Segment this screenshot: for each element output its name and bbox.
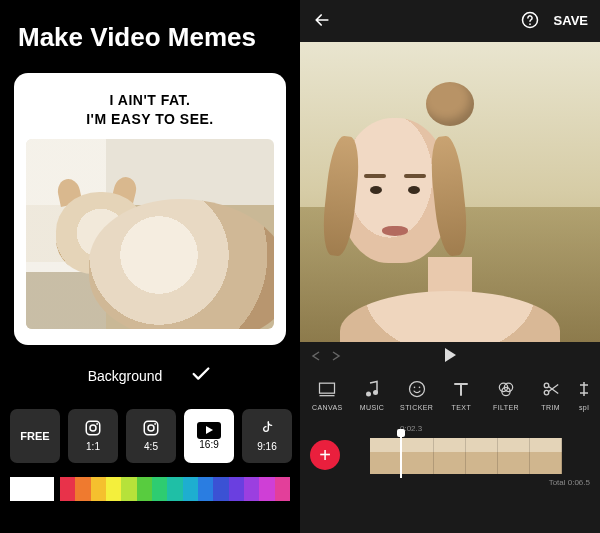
video-preview[interactable] xyxy=(300,42,600,342)
ratio-free[interactable]: FREE xyxy=(10,409,60,463)
meme-maker-panel: Make Video Memes I AIN'T FAT. I'M EASY T… xyxy=(0,0,300,533)
tool-canvas[interactable]: CANVAS xyxy=(306,378,349,411)
color-swatch[interactable] xyxy=(75,477,90,501)
tool-sticker[interactable]: STICKER xyxy=(395,378,438,411)
svg-point-11 xyxy=(409,382,424,397)
save-button[interactable]: SAVE xyxy=(554,13,588,28)
color-swatch[interactable] xyxy=(275,477,290,501)
tiktok-icon xyxy=(259,419,275,437)
color-swatch[interactable] xyxy=(244,477,259,501)
back-button[interactable] xyxy=(312,10,332,30)
play-button[interactable] xyxy=(342,347,558,367)
text-icon xyxy=(452,380,470,398)
filter-icon xyxy=(496,380,516,398)
tool-trim[interactable]: TRIM xyxy=(529,378,572,411)
clip-thumbnails[interactable] xyxy=(370,438,562,474)
svg-rect-8 xyxy=(320,383,335,393)
canvas-icon xyxy=(317,380,337,398)
svg-point-4 xyxy=(148,425,154,431)
svg-point-18 xyxy=(544,390,549,395)
tool-split[interactable]: spl xyxy=(574,378,594,411)
add-clip-button[interactable]: + xyxy=(310,440,340,470)
instagram-icon xyxy=(84,419,102,437)
arrow-left-icon xyxy=(312,10,332,30)
confirm-button[interactable] xyxy=(190,363,212,389)
meme-caption: I AIN'T FAT. I'M EASY TO SEE. xyxy=(26,85,274,139)
color-swatch[interactable] xyxy=(152,477,167,501)
redo-button[interactable] xyxy=(328,348,342,366)
color-swatch[interactable] xyxy=(198,477,213,501)
clip-thumbnail[interactable] xyxy=(434,438,466,474)
aspect-ratio-strip[interactable]: FREE 1:1 4:5 16:9 9:16 3:4 xyxy=(0,403,300,463)
color-swatch[interactable] xyxy=(137,477,152,501)
playhead[interactable] xyxy=(400,432,402,478)
time-total: Total 0:06.5 xyxy=(549,478,590,487)
video-editor-panel: SAVE CANVAS MUSIC xyxy=(300,0,600,533)
clip-thumbnail[interactable] xyxy=(370,438,402,474)
svg-point-7 xyxy=(529,23,531,25)
play-icon xyxy=(443,347,457,363)
clip-thumbnail[interactable] xyxy=(498,438,530,474)
svg-point-9 xyxy=(366,392,371,397)
svg-point-10 xyxy=(373,390,378,395)
background-label: Background xyxy=(88,368,163,384)
playback-row xyxy=(300,342,600,372)
timeline[interactable]: 0:02.3 + Total 0:06.5 xyxy=(300,426,600,490)
color-picker-strip[interactable] xyxy=(10,477,290,501)
help-icon xyxy=(520,10,540,30)
music-icon xyxy=(364,380,380,398)
top-bar: SAVE xyxy=(300,0,600,40)
svg-point-5 xyxy=(154,423,156,425)
ratio-instagram-1-1[interactable]: 1:1 xyxy=(68,409,118,463)
check-icon xyxy=(190,363,212,385)
tool-text[interactable]: TEXT xyxy=(440,378,483,411)
sticker-icon xyxy=(407,379,427,399)
svg-point-17 xyxy=(544,383,549,388)
tool-filter[interactable]: FILTER xyxy=(485,378,528,411)
clip-thumbnail[interactable] xyxy=(402,438,434,474)
color-swatch[interactable] xyxy=(106,477,121,501)
page-title: Make Video Memes xyxy=(0,0,300,53)
color-swatch-white[interactable] xyxy=(10,477,54,501)
svg-point-12 xyxy=(413,387,415,389)
color-swatch[interactable] xyxy=(183,477,198,501)
svg-point-1 xyxy=(90,425,96,431)
svg-point-2 xyxy=(96,423,98,425)
clip-thumbnail[interactable] xyxy=(466,438,498,474)
ratio-instagram-4-5[interactable]: 4:5 xyxy=(126,409,176,463)
color-swatch[interactable] xyxy=(259,477,274,501)
meme-caption-line: I'M EASY TO SEE. xyxy=(26,110,274,129)
color-swatch[interactable] xyxy=(121,477,136,501)
ratio-youtube-16-9[interactable]: 16:9 xyxy=(184,409,234,463)
meme-image xyxy=(26,139,274,329)
undo-button[interactable] xyxy=(310,348,324,366)
background-row: Background xyxy=(0,345,300,403)
plus-icon: + xyxy=(319,444,331,467)
scissors-icon xyxy=(542,380,560,398)
clip-thumbnail[interactable] xyxy=(530,438,562,474)
color-swatch[interactable] xyxy=(60,477,75,501)
meme-preview-card[interactable]: I AIN'T FAT. I'M EASY TO SEE. xyxy=(14,73,286,345)
help-button[interactable] xyxy=(520,10,540,30)
color-swatch[interactable] xyxy=(213,477,228,501)
youtube-icon xyxy=(197,422,221,439)
instagram-icon xyxy=(142,419,160,437)
color-swatch[interactable] xyxy=(229,477,244,501)
meme-caption-line: I AIN'T FAT. xyxy=(26,91,274,110)
color-swatch[interactable] xyxy=(91,477,106,501)
split-icon xyxy=(578,380,590,398)
color-swatch[interactable] xyxy=(167,477,182,501)
ratio-tiktok-9-16[interactable]: 9:16 xyxy=(242,409,292,463)
svg-point-13 xyxy=(418,387,420,389)
tool-row: CANVAS MUSIC STICKER TEXT FILTER TRIM sp… xyxy=(300,372,600,426)
tool-music[interactable]: MUSIC xyxy=(351,378,394,411)
